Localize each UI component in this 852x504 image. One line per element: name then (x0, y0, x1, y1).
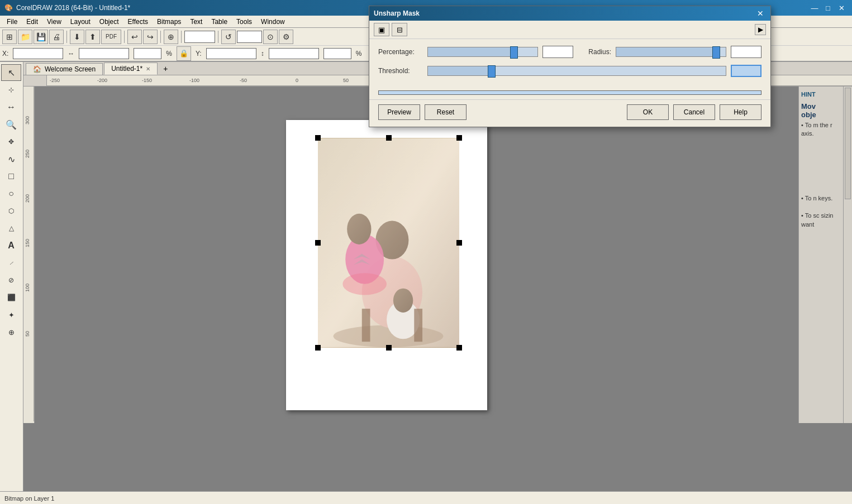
radius-value-input[interactable]: 20 (731, 46, 761, 58)
tab-welcome[interactable]: 🏠 Welcome Screen (26, 63, 103, 75)
menu-layout[interactable]: Layout (66, 17, 95, 27)
percentage-slider[interactable] (427, 47, 538, 57)
print-button[interactable]: 🖨 (49, 30, 64, 44)
preview-button[interactable]: Preview (378, 104, 420, 120)
radius-slider[interactable] (616, 47, 726, 57)
percentage-value-input[interactable]: 100 (542, 46, 573, 58)
zoom-input[interactable]: 50% (184, 31, 215, 43)
dialog-arrow[interactable]: ▶ (755, 24, 766, 35)
reset-button[interactable]: Reset (425, 104, 467, 120)
tab-untitled[interactable]: Untitled-1* ✕ (104, 63, 158, 75)
publish-button[interactable]: ⊕ (164, 30, 178, 44)
app-icon: 🎨 (4, 4, 13, 12)
handle-tl[interactable] (315, 135, 321, 141)
svg-text:150: 150 (25, 239, 30, 247)
tab-close-icon[interactable]: ✕ (146, 66, 150, 72)
home-icon: 🏠 (33, 65, 41, 73)
menu-object[interactable]: Object (95, 17, 123, 27)
tab-add-button[interactable]: + (159, 63, 172, 75)
separator-3 (160, 31, 161, 43)
dialog-title: Unsharp Mask (374, 9, 755, 17)
handle-bl[interactable] (315, 345, 321, 351)
y-label: Y: (196, 50, 202, 57)
select-tool[interactable]: ↖ (1, 64, 21, 81)
radius-label: Radius: (578, 48, 611, 56)
open-button[interactable]: 📁 (18, 30, 32, 44)
star-tool[interactable]: △ (1, 220, 21, 237)
minimize-button[interactable]: — (808, 2, 821, 14)
menu-tools[interactable]: Tools (232, 17, 256, 27)
menu-table[interactable]: Table (207, 17, 232, 27)
text-tool[interactable]: A (1, 237, 21, 254)
right-panel: HINT Movobje • To m the r axis. • To n k… (798, 87, 843, 423)
rotation-input[interactable]: 0.0 (237, 31, 262, 43)
x-input[interactable]: 105.825 mm (13, 48, 63, 59)
save-button[interactable]: 💾 (34, 30, 48, 44)
rectangle-tool[interactable]: □ (1, 168, 21, 185)
menu-bitmaps[interactable]: Bitmaps (153, 17, 185, 27)
interactive-tool[interactable]: ⊘ (1, 272, 21, 289)
handle-tc[interactable] (386, 135, 392, 141)
menu-view[interactable]: View (42, 17, 66, 27)
image-container[interactable] (317, 137, 460, 349)
fill-tool[interactable]: ⬛ (1, 289, 21, 306)
menu-effects[interactable]: Effects (123, 17, 153, 27)
photo-image (318, 138, 459, 348)
handle-ml[interactable] (315, 240, 321, 246)
svg-text:200: 200 (25, 194, 30, 203)
close-button[interactable]: ✕ (835, 2, 848, 14)
width-pct-input[interactable]: 100.0 (134, 48, 161, 59)
new-button[interactable]: ⊞ (2, 30, 17, 44)
shape-tool[interactable]: ⊹ (1, 81, 21, 98)
maximize-button[interactable]: □ (822, 2, 834, 14)
export-button[interactable]: ⬆ (85, 30, 100, 44)
separator-4 (181, 31, 182, 43)
threshold-label: Threshold: (378, 67, 423, 75)
help-button[interactable]: Help (720, 104, 761, 120)
undo-button[interactable]: ↩ (127, 30, 142, 44)
width-icon: ↔ (68, 50, 74, 57)
y-input[interactable]: 177.375 mm (206, 48, 256, 59)
threshold-slider[interactable] (427, 66, 726, 76)
options-button[interactable]: ⚙ (279, 30, 293, 44)
snap-button[interactable]: ⊙ (263, 30, 278, 44)
cancel-button[interactable]: Cancel (673, 104, 715, 120)
zoom-tool[interactable]: 🔍 (1, 116, 21, 133)
height-input[interactable]: 186.995 mm (269, 48, 319, 59)
handle-bc[interactable] (386, 345, 392, 351)
menu-text[interactable]: Text (185, 17, 207, 27)
import-button[interactable]: ⬇ (70, 30, 84, 44)
pan-tool[interactable]: ✥ (1, 133, 21, 150)
menu-edit[interactable]: Edit (22, 17, 42, 27)
eyedropper-tool[interactable]: ✦ (1, 306, 21, 323)
freehand-tool[interactable]: ∿ (1, 151, 21, 167)
width-input[interactable]: 136.55 mm (79, 48, 129, 59)
smart-fill-tool[interactable]: ⊕ (1, 324, 21, 340)
dialog-progress-bar (378, 90, 761, 95)
polygon-tool[interactable]: ⬡ (1, 203, 21, 219)
menu-window[interactable]: Window (256, 17, 289, 27)
rotation-button[interactable]: ↺ (221, 30, 236, 44)
height-pct-input[interactable]: 100.0 (323, 48, 351, 59)
ellipse-tool[interactable]: ○ (1, 185, 21, 202)
dialog-split-view[interactable]: ⊟ (392, 23, 407, 36)
transform-tool[interactable]: ↔ (1, 99, 21, 116)
threshold-row: Threshold: 26 (378, 65, 761, 77)
dialog-single-view[interactable]: ▣ (374, 23, 389, 36)
svg-text:50: 50 (343, 78, 349, 83)
lock-btn[interactable]: 🔒 (177, 46, 191, 61)
redo-button[interactable]: ↪ (143, 30, 158, 44)
menu-file[interactable]: File (2, 17, 22, 27)
dimension-tool[interactable]: ⟋ (1, 255, 21, 271)
handle-tr[interactable] (456, 135, 462, 141)
pdf-button[interactable]: PDF (101, 30, 121, 44)
ruler-vertical: 300 250 200 150 100 50 (23, 87, 35, 423)
handle-mr[interactable] (456, 240, 462, 246)
handle-br[interactable] (456, 345, 462, 351)
hint-body-1: • To m the r axis. (801, 121, 841, 138)
svg-text:-200: -200 (97, 78, 107, 83)
vertical-scrollbar[interactable] (843, 87, 852, 423)
ok-button[interactable]: OK (627, 104, 669, 120)
threshold-value-input[interactable]: 26 (731, 65, 761, 77)
dialog-close-button[interactable]: ✕ (755, 8, 766, 19)
